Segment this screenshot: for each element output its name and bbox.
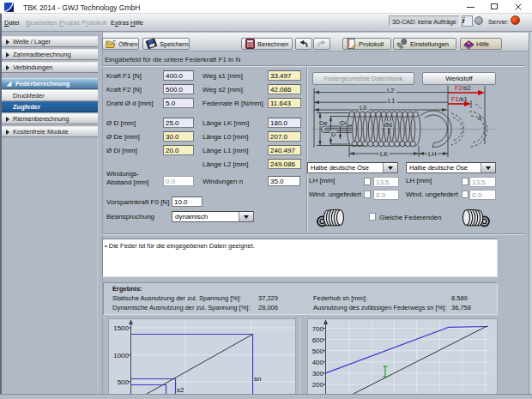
svg-text:700: 700 — [312, 325, 324, 333]
svg-text:500: 500 — [118, 378, 130, 386]
svg-text:1500: 1500 — [113, 324, 129, 332]
svg-text:500: 500 — [312, 348, 324, 355]
svg-text:300: 300 — [312, 370, 324, 378]
svg-text:F2/s2: F2/s2 — [455, 84, 471, 92]
svg-text:L1: L1 — [388, 97, 395, 105]
svg-text:1000: 1000 — [113, 352, 129, 360]
svg-text:Di: Di — [341, 119, 347, 127]
svg-text:s2: s2 — [177, 386, 184, 394]
svg-text:400: 400 — [312, 359, 324, 366]
svg-text:200: 200 — [312, 381, 324, 389]
svg-text:L2: L2 — [387, 87, 394, 94]
svg-text:LK: LK — [380, 150, 388, 158]
svg-text:δ: δ — [478, 115, 481, 121]
svg-text:D: D — [331, 130, 336, 138]
svg-text:L0: L0 — [360, 104, 366, 112]
svg-text:LH: LH — [428, 150, 437, 158]
svg-text:Ød: Ød — [384, 121, 392, 129]
svg-text:600: 600 — [312, 336, 324, 344]
svg-text:F1/s1: F1/s1 — [451, 95, 468, 103]
svg-text:sn: sn — [254, 375, 261, 383]
svg-text:De: De — [319, 119, 328, 127]
